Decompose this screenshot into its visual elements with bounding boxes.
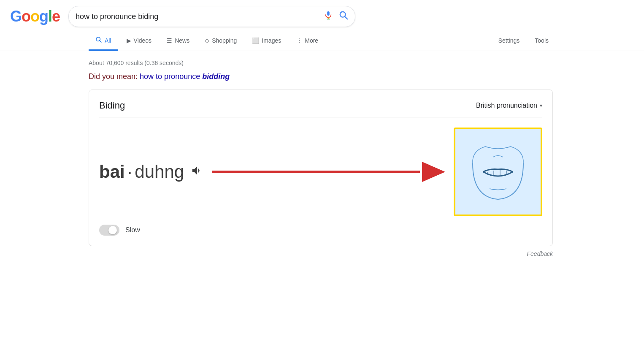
logo-letter-l: l <box>48 8 52 25</box>
phonetic-separator: · <box>127 162 133 182</box>
tab-all-label: All <box>105 37 111 44</box>
tab-videos-label: Videos <box>134 37 152 44</box>
news-icon: ☰ <box>167 37 172 44</box>
phonetic-bold-part: bai <box>99 162 125 182</box>
pronunciation-selector[interactable]: British pronunciation ▾ <box>476 102 542 109</box>
tab-shopping[interactable]: ◇ Shopping <box>198 32 244 50</box>
svg-rect-0 <box>327 11 330 16</box>
tab-more[interactable]: ⋮ More <box>290 32 325 50</box>
feedback-link[interactable]: Feedback <box>527 250 553 257</box>
videos-icon: ▶ <box>127 37 131 44</box>
slow-row: Slow <box>99 225 542 236</box>
slow-toggle[interactable] <box>99 225 119 236</box>
logo-letter-g2: g <box>39 8 48 25</box>
nav-tabs: All ▶ Videos ☰ News ◇ Shopping ⬜ Images … <box>0 31 644 51</box>
did-you-mean-label: Did you mean: <box>89 72 138 81</box>
nav-settings-group: Settings Tools <box>492 32 555 50</box>
tab-settings[interactable]: Settings <box>492 32 527 50</box>
all-icon <box>95 36 102 44</box>
mouth-illustration <box>454 128 542 216</box>
svg-line-4 <box>345 16 347 19</box>
more-dots-icon: ⋮ <box>296 37 302 44</box>
pronunciation-body: bai·duhng <box>99 128 542 216</box>
settings-label: Settings <box>498 37 520 44</box>
search-bar <box>68 6 355 27</box>
tab-all[interactable]: All <box>89 31 118 51</box>
dym-bold-text: bidding <box>202 72 230 81</box>
slow-label: Slow <box>125 226 140 234</box>
google-logo[interactable]: Google <box>10 8 60 25</box>
did-you-mean: Did you mean: how to pronounce bidding <box>89 72 555 81</box>
search-input[interactable] <box>76 12 319 21</box>
chevron-down-icon: ▾ <box>540 103 542 109</box>
logo-letter-e: e <box>52 8 60 25</box>
header: Google <box>0 0 644 31</box>
tools-label: Tools <box>535 37 549 44</box>
svg-line-6 <box>100 41 101 42</box>
tab-more-label: More <box>305 37 318 44</box>
tab-news-label: News <box>175 37 189 44</box>
pronunciation-card: Biding British pronunciation ▾ bai·duhng <box>89 90 553 246</box>
pronunciation-selector-label: British pronunciation <box>476 102 537 109</box>
speaker-icon[interactable] <box>191 164 203 180</box>
search-bar-icons <box>324 11 348 22</box>
tab-tools[interactable]: Tools <box>528 32 555 50</box>
microphone-icon[interactable] <box>324 11 333 22</box>
arrow-line <box>212 171 420 173</box>
mouth-svg <box>464 138 532 206</box>
logo-letter-o2: o <box>30 8 39 25</box>
search-submit-icon[interactable] <box>339 11 348 22</box>
tab-images[interactable]: ⬜ Images <box>245 32 288 50</box>
word-title: Biding <box>99 100 125 111</box>
logo-letter-o1: o <box>22 8 30 25</box>
did-you-mean-link[interactable]: how to pronounce bidding <box>140 72 230 81</box>
images-icon: ⬜ <box>252 37 259 44</box>
dym-link-text: how to pronounce <box>140 72 202 81</box>
logo-letter-g: G <box>10 8 22 25</box>
results-count: About 70,600 results (0.36 seconds) <box>89 60 555 66</box>
main-content: About 70,600 results (0.36 seconds) Did … <box>0 51 644 270</box>
toggle-knob <box>108 226 117 234</box>
phonetic-text: bai·duhng <box>99 162 203 182</box>
feedback-row: Feedback <box>89 246 553 261</box>
phonetic-rest-part: duhng <box>135 162 184 182</box>
arrow-head <box>422 162 445 182</box>
tab-videos[interactable]: ▶ Videos <box>120 32 159 50</box>
card-header: Biding British pronunciation ▾ <box>99 100 542 117</box>
tab-news[interactable]: ☰ News <box>160 32 196 50</box>
tab-images-label: Images <box>262 37 281 44</box>
shopping-icon: ◇ <box>205 37 209 44</box>
tab-shopping-label: Shopping <box>212 37 237 44</box>
arrow-container <box>212 163 445 180</box>
